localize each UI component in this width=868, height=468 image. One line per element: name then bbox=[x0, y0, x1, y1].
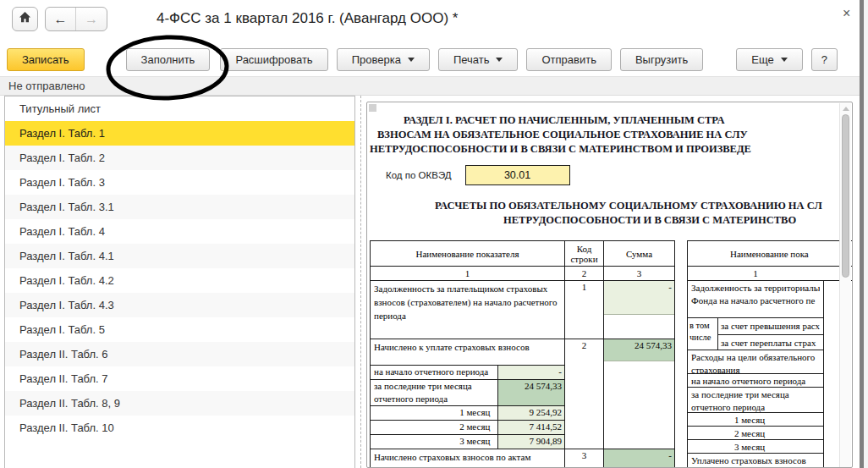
forward-arrow-icon: → bbox=[85, 12, 98, 27]
row-label: Задолженность за плательщиком страховых … bbox=[371, 281, 564, 339]
toolbar-button-label: Выгрузить bbox=[635, 53, 688, 66]
toolbar-button-label: Печать bbox=[453, 53, 490, 66]
scrollbar-thumb[interactable] bbox=[842, 114, 849, 278]
table-row: Начислено к уплате страховых взносовна н… bbox=[371, 339, 674, 449]
column-header: Код строки bbox=[565, 241, 604, 266]
sum-cell[interactable]: 24 574,33 bbox=[604, 339, 674, 361]
close-icon[interactable]: × bbox=[843, 7, 850, 20]
subrow-label: за последние три месяца отчетного период… bbox=[371, 380, 498, 405]
toolbar-button-label: Отправить bbox=[541, 53, 596, 66]
table-row: Задолженность за плательщиком страховых … bbox=[371, 281, 674, 339]
sidebar-item[interactable]: Раздел II. Табл. 8, 9 bbox=[5, 391, 354, 416]
form-subtitle-line: РАСЧЕТЫ ПО ОБЯЗАТЕЛЬНОМУ СОЦИАЛЬНОМУ СТР… bbox=[435, 199, 853, 213]
toolbar-button-заполнить[interactable]: Заполнить bbox=[126, 48, 211, 71]
tables-area: Наименование показателя Код строки Сумма… bbox=[370, 240, 853, 468]
table-row: Уплачено страховых взносов bbox=[688, 454, 824, 468]
table-row: Начислено страховых взносов по актам про… bbox=[371, 449, 674, 468]
sum-cell[interactable]: - bbox=[604, 281, 674, 315]
back-button[interactable]: ← bbox=[46, 8, 76, 30]
panel-scrollbar[interactable] bbox=[839, 103, 851, 468]
sub-row: 3 месяц7 904,89 bbox=[371, 434, 564, 449]
toolbar-button-печать[interactable]: Печать bbox=[438, 48, 519, 71]
row-label: Начислено к уплате страховых взносов bbox=[371, 339, 564, 365]
row-label: Расходы на цели обязательного bbox=[691, 351, 820, 364]
table-row: в том числеза счет превышения расхза сче… bbox=[688, 318, 824, 350]
row-label: за счет превышения расх bbox=[718, 318, 823, 334]
sidebar-item[interactable]: Раздел I. Табл. 1 bbox=[5, 121, 354, 146]
toolbar: ЗаписатьЗаполнитьРасшифроватьПроверкаПеч… bbox=[0, 42, 860, 76]
sidebar-item[interactable]: Раздел II. Табл. 6 bbox=[5, 342, 354, 366]
toolbar-button-label: Заполнить bbox=[141, 53, 195, 66]
subrow-label: 1 месяц bbox=[371, 406, 498, 420]
scroll-up-icon[interactable] bbox=[843, 107, 849, 111]
right-table-header: Наименование пока bbox=[688, 241, 853, 267]
table-row: 2 месяц bbox=[688, 427, 824, 440]
toolbar-button-записать[interactable]: Записать bbox=[7, 48, 85, 71]
subrow-label: 2 месяц bbox=[371, 421, 498, 434]
left-table-body: Задолженность за плательщиком страховых … bbox=[371, 281, 674, 468]
window-edge-gap bbox=[864, 0, 868, 468]
okved-field[interactable]: 30.01 bbox=[465, 165, 570, 185]
column-number: 1 bbox=[371, 267, 565, 280]
right-table-column-numbers: 1 bbox=[688, 267, 853, 281]
sub-row: 1 месяц9 254,92 bbox=[371, 405, 564, 420]
row-label: Фонда на начало расчетного пе bbox=[691, 295, 820, 307]
history-nav: ← → bbox=[45, 7, 107, 31]
row-label: 3 месяц bbox=[691, 441, 820, 454]
okved-label: Код по ОКВЭД bbox=[386, 170, 452, 180]
sum-cell[interactable]: - bbox=[604, 449, 674, 468]
toolbar-button-выгрузить[interactable]: Выгрузить bbox=[620, 48, 703, 71]
sub-row: 2 месяц7 414,52 bbox=[371, 420, 564, 434]
title-bar: ← → 4-ФСС за 1 квартал 2016 г. (Авангард… bbox=[0, 0, 860, 42]
toolbar-button-label: Записать bbox=[22, 53, 69, 66]
column-number: 3 bbox=[604, 267, 674, 280]
sub-row: за последние три месяца отчетного период… bbox=[371, 379, 564, 405]
row-code: 2 bbox=[565, 339, 603, 350]
row-label: Начислено страховых взносов по актам про… bbox=[371, 449, 564, 468]
subrow-value-cell[interactable]: - bbox=[498, 366, 564, 379]
column-header: Наименование показателя bbox=[371, 241, 565, 266]
okved-row: Код по ОКВЭД 30.01 bbox=[386, 164, 853, 185]
home-button[interactable] bbox=[12, 7, 38, 31]
left-table: Наименование показателя Код строки Сумма… bbox=[370, 240, 675, 468]
sidebar-item[interactable]: Раздел I. Табл. 4 bbox=[5, 219, 354, 244]
status-text: Не отправлено bbox=[8, 80, 85, 92]
toolbar-button-label: Еще bbox=[751, 53, 773, 66]
sidebar-item[interactable]: Раздел I. Табл. 4.2 bbox=[5, 268, 354, 293]
status-bar: Не отправлено bbox=[0, 76, 860, 96]
forward-button[interactable]: → bbox=[76, 8, 107, 30]
subrow-label: на начало отчетного периода bbox=[371, 366, 498, 379]
app-window: ← → 4-ФСС за 1 квартал 2016 г. (Авангард… bbox=[0, 0, 868, 468]
sidebar-item[interactable]: Раздел I. Табл. 3.1 bbox=[5, 195, 354, 219]
subrow-value-cell[interactable]: 7 414,52 bbox=[498, 421, 564, 434]
subrow-value-cell[interactable]: 9 254,92 bbox=[498, 406, 564, 420]
column-number: 1 bbox=[688, 267, 823, 280]
sidebar-item[interactable]: Раздел I. Табл. 4.3 bbox=[5, 293, 354, 317]
sidebar-item[interactable]: Раздел I. Табл. 5 bbox=[5, 317, 354, 342]
sidebar-item[interactable]: Раздел I. Табл. 3 bbox=[5, 170, 354, 195]
splitter-handle[interactable] bbox=[360, 96, 361, 468]
left-table-header: Наименование показателя Код строки Сумма bbox=[371, 241, 674, 267]
sidebar-item[interactable]: Титульный лист bbox=[5, 96, 354, 121]
sidebar-item[interactable]: Раздел II. Табл. 10 bbox=[5, 416, 354, 440]
table-row: Расходы на цели обязательногострахования bbox=[688, 350, 824, 374]
back-arrow-icon: ← bbox=[54, 12, 68, 27]
row-label: 2 месяц bbox=[691, 427, 820, 440]
toolbar-button-проверка[interactable]: Проверка bbox=[337, 48, 430, 71]
section-list: Титульный листРаздел I. Табл. 1Раздел I.… bbox=[4, 96, 355, 468]
form-subtitle-line: НЕТРУДОСПОСОБНОСТИ И В СВЯЗИ С МАТЕРИНСТ… bbox=[503, 213, 853, 228]
form-header-line: НЕТРУДОСПОСОБНОСТИ И В СВЯЗИ С МАТЕРИНСТ… bbox=[370, 142, 853, 157]
subrow-label: 3 месяц bbox=[371, 435, 498, 449]
toolbar-button-label: Расшифровать bbox=[235, 53, 312, 66]
subrow-value-cell[interactable]: 7 904,89 bbox=[498, 435, 564, 449]
column-header: Сумма bbox=[604, 241, 674, 266]
sidebar-item[interactable]: Раздел I. Табл. 2 bbox=[5, 146, 354, 170]
toolbar-button-отправить[interactable]: Отправить bbox=[526, 48, 611, 71]
toolbar-button-?[interactable]: ? bbox=[811, 48, 838, 71]
toolbar-button-еще[interactable]: Еще bbox=[736, 48, 802, 71]
toolbar-button-расшифровать[interactable]: Расшифровать bbox=[220, 48, 327, 71]
sidebar-item[interactable]: Раздел II. Табл. 7 bbox=[5, 366, 354, 391]
sidebar-item[interactable]: Раздел I. Табл. 4.1 bbox=[5, 244, 354, 268]
subrow-value-cell[interactable]: 24 574,33 bbox=[498, 380, 564, 405]
row-label: на начало отчетного периода bbox=[691, 375, 820, 388]
